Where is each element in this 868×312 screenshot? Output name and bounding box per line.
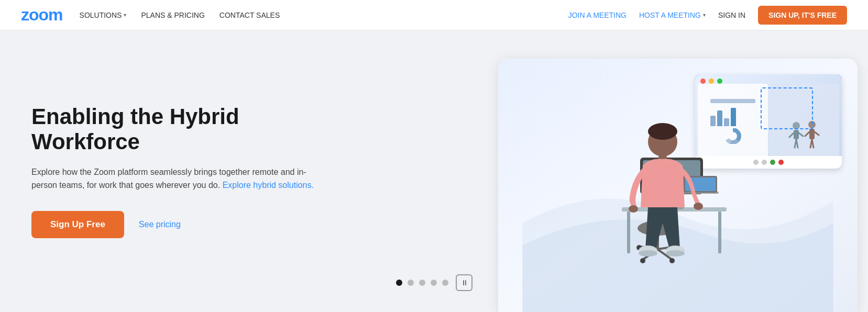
nav-links: SOLUTIONS ▾ PLANS & PRICING CONTACT SALE… [80,11,280,19]
host-meeting-chevron-icon: ▾ [703,12,706,18]
svg-point-40 [648,123,677,140]
hero-left: Enabling the Hybrid Workforce Explore ho… [0,30,477,312]
hero-subtitle: Explore how the Zoom platform seamlessly… [31,165,325,192]
carousel-dot-1[interactable] [396,280,402,286]
navbar: zoom SOLUTIONS ▾ PLANS & PRICING CONTACT… [0,0,868,30]
carousel-dots: ⏸ [396,274,473,291]
nav-join-meeting[interactable]: JOIN A MEETING [568,11,627,19]
svg-line-11 [789,133,794,137]
svg-rect-8 [809,129,815,139]
zoom-logo[interactable]: zoom [21,5,63,25]
svg-line-12 [799,133,803,136]
svg-point-35 [640,258,645,263]
hero-actions: Sign Up Free See pricing [31,211,446,238]
svg-rect-16 [627,211,630,253]
svg-point-47 [666,250,685,257]
svg-rect-17 [718,211,721,253]
carousel-dot-4[interactable] [431,280,437,286]
nav-plans-pricing[interactable]: PLANS & PRICING [141,11,204,19]
solutions-chevron-icon: ▾ [124,12,126,18]
svg-point-46 [639,250,657,257]
pause-icon: ⏸ [461,278,467,287]
svg-line-14 [815,132,819,135]
hero-card [498,59,858,312]
carousel-dot-2[interactable] [408,280,414,286]
svg-line-13 [805,132,809,136]
svg-point-43 [694,203,703,210]
svg-point-36 [669,258,675,263]
nav-contact-sales[interactable]: CONTACT SALES [219,11,280,19]
hero-title: Enabling the Hybrid Workforce [31,104,335,155]
svg-line-10 [812,139,814,148]
hero-signup-button[interactable]: Sign Up Free [31,211,124,238]
person-desk-svg [580,82,758,307]
svg-line-6 [796,139,798,148]
explore-hybrid-link[interactable]: Explore hybrid solutions. [223,181,314,190]
svg-point-42 [629,205,638,213]
carousel-dot-5[interactable] [442,280,448,286]
nav-left: zoom SOLUTIONS ▾ PLANS & PRICING CONTACT… [21,5,280,25]
hero-right [477,30,868,312]
nav-sign-in[interactable]: SIGN IN [718,11,745,19]
carousel-pause-button[interactable]: ⏸ [456,274,473,291]
hero-section: Enabling the Hybrid Workforce Explore ho… [0,30,868,312]
toolbar-dot-2 [762,160,767,165]
nav-host-meeting[interactable]: HOST A MEETING ▾ [639,11,706,19]
toolbar-dot-green [770,160,775,165]
nav-solutions[interactable]: SOLUTIONS ▾ [80,11,127,19]
nav-signup-button[interactable]: SIGN UP, IT'S FREE [758,6,847,25]
hero-pricing-link[interactable]: See pricing [139,220,181,229]
illustration [498,59,858,312]
svg-rect-4 [794,130,799,139]
nav-right: JOIN A MEETING HOST A MEETING ▾ SIGN IN … [568,6,847,25]
carousel-dot-3[interactable] [419,280,425,286]
toolbar-dot-red [778,160,784,165]
selection-box [761,87,813,129]
